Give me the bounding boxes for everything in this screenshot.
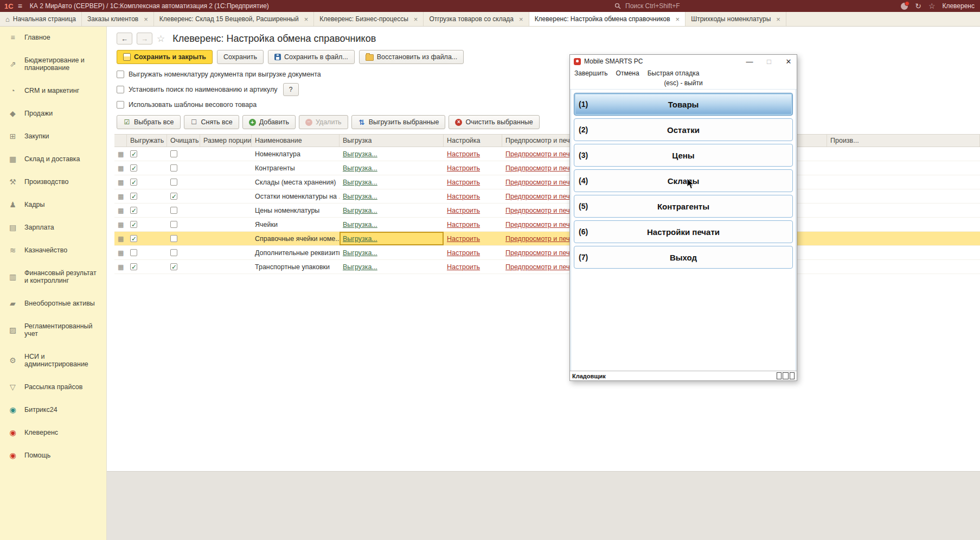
upload-checkbox[interactable] bbox=[130, 235, 137, 242]
tab-close-icon[interactable]: × bbox=[144, 15, 148, 23]
table-row[interactable]: ▦КонтрагентыВыгрузка...НастроитьПредпрос… bbox=[114, 161, 980, 175]
preview-link[interactable]: Предпросмотр и печ... bbox=[505, 193, 575, 200]
dialog-button-4[interactable]: (4)Склады bbox=[574, 169, 793, 192]
preview-link[interactable]: Предпросмотр и печ... bbox=[505, 249, 575, 257]
minimize-icon[interactable]: — bbox=[741, 55, 758, 67]
preview-link[interactable]: Предпросмотр и печ... bbox=[505, 164, 575, 172]
sidebar-item-13[interactable]: ⚙НСИ и администрирование bbox=[0, 345, 106, 376]
upload-checkbox[interactable] bbox=[130, 193, 137, 200]
dialog-menu-item-2[interactable]: Быстрая отладка bbox=[648, 69, 700, 77]
sidebar-item-17[interactable]: ◉Помощь bbox=[0, 444, 106, 467]
clear-checkbox[interactable] bbox=[170, 193, 177, 200]
upload-checkbox[interactable] bbox=[130, 207, 137, 214]
upload-checkbox[interactable] bbox=[130, 179, 137, 186]
upload-link[interactable]: Выгрузка... bbox=[343, 235, 377, 243]
toolbar-button-5[interactable]: Очистить выбранные bbox=[449, 115, 539, 129]
dialog-menu-item-0[interactable]: Завершить bbox=[574, 69, 608, 77]
sidebar-item-4[interactable]: ⊞Закупки bbox=[0, 125, 106, 148]
dialog-button-2[interactable]: (2)Остатки bbox=[574, 118, 793, 141]
configure-link[interactable]: Настроить bbox=[447, 193, 480, 200]
table-header-cell[interactable]: Выгружать bbox=[127, 135, 167, 147]
tab-close-icon[interactable]: × bbox=[519, 15, 523, 23]
dialog-button-5[interactable]: (5)Контрагенты bbox=[574, 195, 793, 218]
dialog-titlebar[interactable]: Mobile SMARTS PC — □ ✕ bbox=[570, 55, 797, 68]
clear-checkbox[interactable] bbox=[170, 249, 177, 256]
toolbar-button-1[interactable]: Снять все bbox=[184, 115, 239, 129]
sidebar-item-2[interactable]: ◔CRM и маркетинг bbox=[0, 79, 106, 102]
save-button[interactable]: Сохранить bbox=[217, 50, 264, 64]
notifications-icon[interactable] bbox=[901, 3, 908, 10]
clear-checkbox[interactable] bbox=[170, 263, 177, 270]
table-header-cell[interactable]: Размер порции bbox=[200, 135, 252, 147]
help-button[interactable]: ? bbox=[283, 83, 299, 96]
configure-link[interactable]: Настроить bbox=[447, 150, 480, 158]
sidebar-item-14[interactable]: ▽Рассылка прайсов bbox=[0, 376, 106, 398]
configure-link[interactable]: Настроить bbox=[447, 249, 480, 257]
preview-link[interactable]: Предпросмотр и печ... bbox=[505, 235, 575, 243]
tab-close-icon[interactable]: × bbox=[304, 15, 309, 23]
upload-checkbox[interactable] bbox=[130, 221, 137, 228]
preview-link[interactable]: Предпросмотр и печ... bbox=[505, 150, 575, 158]
preview-link[interactable]: Предпросмотр и печ... bbox=[505, 179, 575, 186]
global-search[interactable] bbox=[614, 2, 708, 10]
sidebar-item-16[interactable]: ◉Клеверенс bbox=[0, 421, 106, 444]
tab-5[interactable]: Клеверенс: Настройка обмена справочников… bbox=[529, 12, 686, 26]
upload-checkbox[interactable] bbox=[130, 164, 137, 171]
table-row[interactable]: ▦Дополнительные реквизитыВыгрузка...Наст… bbox=[114, 246, 980, 260]
clear-checkbox[interactable] bbox=[170, 150, 177, 157]
dialog-button-6[interactable]: (6)Настройки печати bbox=[574, 220, 793, 243]
upload-link[interactable]: Выгрузка... bbox=[343, 249, 377, 257]
tab-0[interactable]: ⌂Начальная страница bbox=[0, 12, 82, 26]
dialog-button-3[interactable]: (3)Цены bbox=[574, 144, 793, 167]
favorite-page-star-icon[interactable]: ☆ bbox=[157, 33, 165, 45]
toolbar-button-0[interactable]: Выбрать все bbox=[117, 115, 181, 129]
table-header-cell[interactable]: Произв... bbox=[827, 135, 980, 147]
history-icon[interactable]: ↻ bbox=[915, 2, 921, 10]
sidebar-item-12[interactable]: ▨Регламентированный учет bbox=[0, 315, 106, 345]
dialog-menu-item-1[interactable]: Отмена bbox=[616, 69, 639, 77]
upload-link[interactable]: Выгрузка... bbox=[343, 179, 377, 186]
sidebar-item-9[interactable]: ≋Казначейство bbox=[0, 239, 106, 262]
restore-from-file-button[interactable]: Восстановить из файла... bbox=[359, 50, 464, 64]
dialog-button-7[interactable]: (7)Выход bbox=[574, 246, 793, 269]
configure-link[interactable]: Настроить bbox=[447, 221, 480, 228]
preview-link[interactable]: Предпросмотр и печ... bbox=[505, 221, 575, 228]
table-row[interactable]: ▦Справочные ячейки номе...Выгрузка...Нас… bbox=[114, 232, 980, 246]
option-checkbox[interactable] bbox=[117, 101, 124, 109]
close-icon[interactable]: ✕ bbox=[780, 55, 797, 67]
sidebar-item-6[interactable]: ⚒Производство bbox=[0, 170, 106, 193]
main-menu-icon[interactable]: ≡ bbox=[18, 2, 22, 10]
forward-button[interactable]: → bbox=[137, 33, 152, 45]
configure-link[interactable]: Настроить bbox=[447, 164, 480, 172]
tab-4[interactable]: Отгрузка товаров со склада× bbox=[424, 12, 529, 26]
sidebar-item-8[interactable]: ▤Зарплата bbox=[0, 216, 106, 239]
dialog-button-1[interactable]: (1)Товары bbox=[574, 93, 793, 116]
maximize-icon[interactable]: □ bbox=[761, 55, 777, 67]
search-input[interactable] bbox=[624, 2, 708, 10]
current-user-label[interactable]: Клеверенс bbox=[942, 2, 975, 10]
table-header-cell[interactable]: Наименование bbox=[252, 135, 340, 147]
sidebar-item-1[interactable]: ⇗Бюджетирование и планирование bbox=[0, 49, 106, 79]
upload-link[interactable]: Выгрузка... bbox=[343, 164, 377, 172]
table-header-cell[interactable]: Выгрузка bbox=[340, 135, 444, 147]
back-button[interactable]: ← bbox=[117, 33, 132, 45]
table-row[interactable]: ▦ЯчейкиВыгрузка...НастроитьПредпросмотр … bbox=[114, 218, 980, 232]
save-and-close-button[interactable]: Сохранить и закрыть bbox=[117, 50, 213, 64]
upload-checkbox[interactable] bbox=[130, 263, 137, 270]
table-header-cell[interactable]: Настройка bbox=[444, 135, 502, 147]
clear-checkbox[interactable] bbox=[170, 164, 177, 171]
option-checkbox[interactable] bbox=[117, 71, 124, 78]
toolbar-button-3[interactable]: Удалить bbox=[299, 115, 348, 129]
sidebar-item-10[interactable]: ▥Финансовый результат и контроллинг bbox=[0, 262, 106, 292]
table-row[interactable]: ▦Склады (места хранения)Выгрузка...Настр… bbox=[114, 175, 980, 189]
tab-close-icon[interactable]: × bbox=[676, 15, 680, 23]
upload-checkbox[interactable] bbox=[130, 150, 137, 157]
toolbar-button-4[interactable]: Выгрузить выбранные bbox=[351, 115, 446, 129]
sidebar-item-11[interactable]: ▰Внеоборотные активы bbox=[0, 292, 106, 315]
configure-link[interactable]: Настроить bbox=[447, 207, 480, 214]
upload-link[interactable]: Выгрузка... bbox=[343, 221, 377, 228]
save-to-file-button[interactable]: Сохранить в файл... bbox=[268, 50, 355, 64]
sidebar-item-0[interactable]: ≡Главное bbox=[0, 26, 106, 49]
configure-link[interactable]: Настроить bbox=[447, 263, 480, 271]
clear-checkbox[interactable] bbox=[170, 235, 177, 242]
